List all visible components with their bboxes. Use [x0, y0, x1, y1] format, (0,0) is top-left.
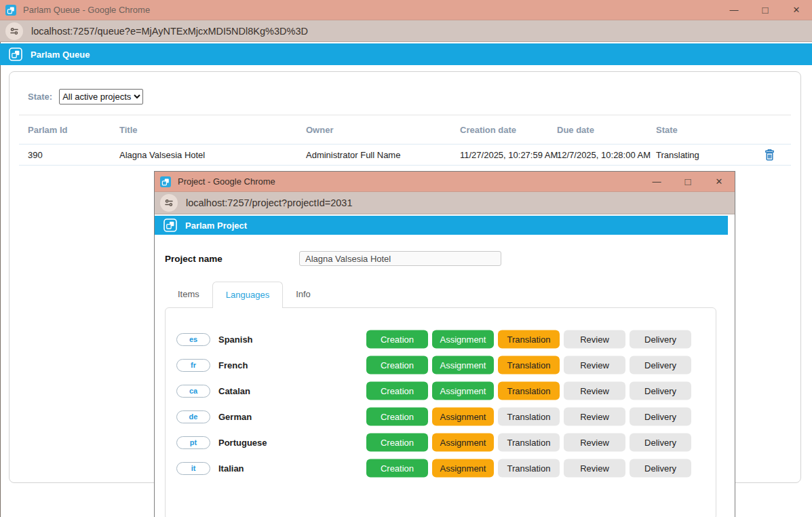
- due-date-cell: 12/7/2025, 10:28:00 AM: [557, 150, 656, 160]
- project-name-input[interactable]: [299, 251, 501, 266]
- project-urlbar[interactable]: localhost:7257/project?projectId=2031: [155, 192, 735, 214]
- language-row: caCatalanCreationAssignmentTranslationRe…: [166, 378, 716, 404]
- app-title: Parlam Project: [185, 221, 247, 231]
- stage-button-creation[interactable]: Creation: [366, 459, 428, 478]
- column-header: Owner: [306, 125, 460, 135]
- language-name: French: [218, 360, 248, 370]
- stage-button-creation[interactable]: Creation: [366, 330, 428, 349]
- close-icon[interactable]: ✕: [781, 0, 812, 20]
- stage-buttons: CreationAssignmentTranslationReviewDeliv…: [366, 434, 691, 452]
- queue-titlebar[interactable]: Parlam Queue - Google Chrome — □ ✕: [0, 0, 812, 20]
- parlam-id: 390: [28, 150, 119, 160]
- window-controls: — □ ✕: [641, 172, 735, 191]
- languages-panel: esSpanishCreationAssignmentTranslationRe…: [165, 307, 716, 517]
- stage-button-review[interactable]: Review: [564, 356, 625, 375]
- queue-urlbar[interactable]: localhost:7257/queue?e=MjAyNTExMjcxMDI5N…: [0, 20, 812, 42]
- stage-button-assignment[interactable]: Assignment: [432, 382, 494, 400]
- tab-info[interactable]: Info: [283, 282, 324, 307]
- stage-button-delivery[interactable]: Delivery: [630, 434, 691, 452]
- window-title: Parlam Queue - Google Chrome: [23, 5, 150, 15]
- project-titlebar[interactable]: Project - Google Chrome — □ ✕: [155, 172, 735, 192]
- stage-button-review[interactable]: Review: [564, 382, 625, 400]
- table-row: 390Alagna Valsesia HotelAdministrator Fu…: [19, 145, 791, 166]
- language-code-badge: pt: [176, 436, 210, 449]
- language-code-badge: de: [176, 410, 210, 423]
- stage-button-review[interactable]: Review: [564, 330, 625, 349]
- stage-button-assignment[interactable]: Assignment: [432, 356, 494, 375]
- language-code-badge: it: [176, 462, 210, 475]
- language-name: Catalan: [218, 386, 250, 396]
- stage-button-assignment[interactable]: Assignment: [432, 459, 494, 478]
- site-settings-icon[interactable]: [5, 22, 23, 40]
- stage-buttons: CreationAssignmentTranslationReviewDeliv…: [366, 330, 691, 349]
- queue-appbar: Parlam Queue: [0, 43, 812, 65]
- language-name: Portuguese: [218, 438, 267, 448]
- stage-button-translation[interactable]: Translation: [498, 434, 560, 452]
- stage-button-creation[interactable]: Creation: [366, 356, 428, 375]
- address-url[interactable]: localhost:7257/project?projectId=2031: [186, 197, 352, 208]
- stage-button-creation[interactable]: Creation: [366, 434, 428, 452]
- filter-row: State: All active projects: [9, 72, 800, 104]
- column-header: State: [656, 125, 750, 135]
- stage-button-delivery[interactable]: Delivery: [630, 382, 691, 400]
- projects-table: Parlam IdTitleOwnerCreation dateDue date…: [9, 115, 800, 166]
- stage-button-creation[interactable]: Creation: [366, 382, 428, 400]
- project-name-row: Project name: [165, 251, 735, 266]
- language-row: deGermanCreationAssignmentTranslationRev…: [166, 404, 716, 429]
- maximize-icon[interactable]: □: [672, 172, 703, 191]
- maximize-icon[interactable]: □: [750, 0, 781, 20]
- stage-button-assignment[interactable]: Assignment: [432, 330, 494, 349]
- stage-button-translation[interactable]: Translation: [498, 356, 560, 375]
- column-header: Title: [119, 125, 306, 135]
- project-window: Project - Google Chrome — □ ✕ localhost:…: [154, 171, 735, 517]
- window-controls: — □ ✕: [718, 0, 812, 20]
- project-name-label: Project name: [165, 254, 299, 264]
- column-header: Due date: [557, 125, 656, 135]
- column-header: Creation date: [460, 125, 557, 135]
- creation-date-cell: 11/27/2025, 10:27:59 AM: [460, 150, 557, 160]
- desktop: Parlam Queue - Google Chrome — □ ✕ local…: [0, 0, 812, 517]
- stage-button-review[interactable]: Review: [564, 459, 625, 478]
- tab-items[interactable]: Items: [165, 282, 212, 307]
- tab-languages[interactable]: Languages: [212, 282, 283, 308]
- stage-button-translation[interactable]: Translation: [498, 459, 560, 478]
- language-code-badge: fr: [176, 359, 210, 372]
- stage-button-delivery[interactable]: Delivery: [630, 356, 691, 375]
- stage-button-review[interactable]: Review: [564, 434, 625, 452]
- minimize-icon[interactable]: —: [641, 172, 672, 191]
- table-body: 390Alagna Valsesia HotelAdministrator Fu…: [9, 145, 800, 166]
- project-tabs: ItemsLanguagesInfo: [165, 282, 735, 307]
- queue-window: Parlam Queue - Google Chrome — □ ✕ local…: [0, 0, 812, 65]
- stage-button-delivery[interactable]: Delivery: [630, 330, 691, 349]
- state-cell: Translating: [656, 150, 750, 160]
- address-url[interactable]: localhost:7257/queue?e=MjAyNTExMjcxMDI5N…: [31, 26, 308, 37]
- language-name: German: [218, 412, 252, 422]
- language-row: esSpanishCreationAssignmentTranslationRe…: [166, 326, 716, 352]
- state-filter-label: State:: [28, 92, 52, 102]
- stage-button-translation[interactable]: Translation: [498, 382, 560, 400]
- stage-button-delivery[interactable]: Delivery: [630, 408, 691, 426]
- language-code-badge: es: [176, 333, 210, 346]
- stage-button-translation[interactable]: Translation: [498, 408, 560, 426]
- parlam-favicon: [5, 5, 16, 16]
- minimize-icon[interactable]: —: [718, 0, 750, 20]
- trash-icon: [764, 149, 775, 161]
- stage-button-review[interactable]: Review: [564, 408, 625, 426]
- state-filter-select[interactable]: All active projects: [59, 89, 143, 104]
- stage-button-delivery[interactable]: Delivery: [630, 459, 691, 478]
- stage-button-creation[interactable]: Creation: [366, 408, 428, 426]
- stage-button-translation[interactable]: Translation: [498, 330, 560, 349]
- stage-buttons: CreationAssignmentTranslationReviewDeliv…: [366, 408, 691, 426]
- parlam-favicon: [160, 176, 171, 187]
- app-title: Parlam Queue: [31, 50, 90, 60]
- site-settings-icon[interactable]: [160, 194, 178, 212]
- column-header: Parlam Id: [28, 125, 119, 135]
- stage-buttons: CreationAssignmentTranslationReviewDeliv…: [366, 356, 691, 375]
- delete-project-button[interactable]: [764, 149, 775, 161]
- row-actions: [750, 149, 791, 161]
- close-icon[interactable]: ✕: [703, 172, 735, 191]
- stage-button-assignment[interactable]: Assignment: [432, 408, 494, 426]
- owner-cell: Administrator Full Name: [306, 150, 460, 160]
- stage-button-assignment[interactable]: Assignment: [432, 434, 494, 452]
- language-row: ptPortugueseCreationAssignmentTranslatio…: [166, 429, 716, 455]
